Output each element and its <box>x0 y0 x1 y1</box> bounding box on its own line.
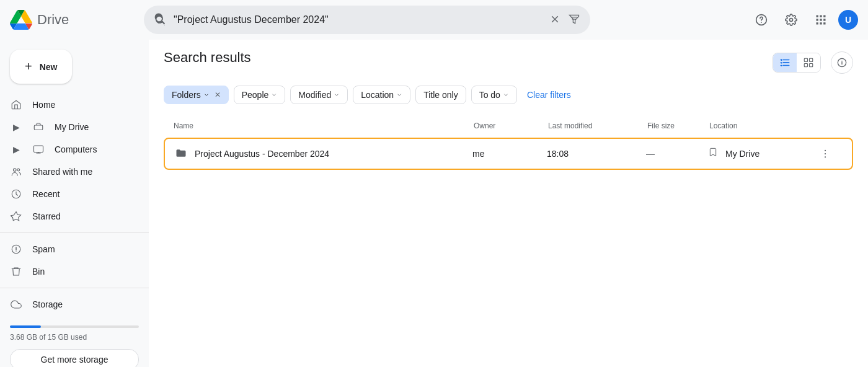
storage-section: 3.68 GB of 15 GB used Get more storage <box>0 316 149 367</box>
svg-point-34 <box>825 156 826 157</box>
svg-rect-13 <box>823 22 825 24</box>
sidebar-item-label: Storage <box>32 299 63 309</box>
table-row[interactable]: Project Augustus - December 2024 me 18:0… <box>164 138 853 170</box>
sidebar-item-label: Shared with me <box>32 167 92 177</box>
user-avatar[interactable]: U <box>838 10 858 30</box>
sidebar-item-my-drive[interactable]: ▶ My Drive <box>0 116 144 138</box>
search-filter-icon[interactable] <box>568 13 580 27</box>
sidebar-item-label: My Drive <box>55 122 89 132</box>
clear-filters-button[interactable]: Clear filters <box>522 86 576 104</box>
col-size: File size <box>647 117 709 135</box>
computer-icon <box>32 143 45 156</box>
svg-rect-30 <box>810 64 813 67</box>
svg-point-17 <box>17 169 20 171</box>
app-name: Drive <box>37 12 69 28</box>
view-toggle <box>773 53 821 73</box>
file-name: Project Augustus - December 2024 <box>195 149 329 159</box>
sidebar-divider-2 <box>0 288 149 288</box>
spam-icon <box>10 243 22 255</box>
filter-chip-to-do[interactable]: To do <box>471 86 517 104</box>
sidebar-item-computers[interactable]: ▶ Computers <box>0 138 144 161</box>
shared-icon <box>10 166 22 178</box>
file-size: — <box>646 149 655 159</box>
settings-button[interactable] <box>779 7 804 32</box>
sidebar-item-shared[interactable]: Shared with me <box>0 161 144 183</box>
info-button[interactable] <box>831 51 853 74</box>
drive-icon <box>32 121 45 133</box>
col-owner: Owner <box>474 117 548 135</box>
svg-point-4 <box>761 22 762 23</box>
filter-title-only-label: Title only <box>423 90 458 100</box>
bin-icon <box>10 265 22 278</box>
svg-rect-12 <box>820 22 822 24</box>
col-modified: Last modified <box>548 117 647 135</box>
search-clear-icon[interactable] <box>549 14 560 27</box>
filter-chip-folders[interactable]: Folders ✕ <box>164 86 229 104</box>
sidebar-item-spam[interactable]: Spam <box>0 238 144 260</box>
page-title: Search results <box>164 50 251 66</box>
folders-chevron-icon <box>203 92 210 98</box>
sidebar-item-storage[interactable]: Storage <box>0 293 144 316</box>
filter-folders-label: Folders <box>172 90 201 100</box>
filter-to-do-label: To do <box>479 90 500 100</box>
svg-rect-9 <box>820 19 822 20</box>
sidebar-item-label: Bin <box>32 267 45 276</box>
sidebar-item-starred[interactable]: Starred <box>0 205 144 228</box>
storage-bar-bg <box>10 325 139 328</box>
my-drive-icon <box>708 148 718 160</box>
svg-rect-6 <box>820 15 822 17</box>
svg-point-33 <box>825 153 826 154</box>
filter-chip-title-only[interactable]: Title only <box>415 86 466 104</box>
svg-point-32 <box>825 150 826 151</box>
storage-bar-fill <box>10 325 41 328</box>
get-storage-button[interactable]: Get more storage <box>10 349 139 367</box>
table-header: Name Owner Last modified File size Locat… <box>164 117 853 135</box>
svg-rect-22 <box>781 62 782 63</box>
col-more <box>821 117 843 135</box>
sidebar-divider <box>0 232 149 233</box>
filter-location-label: Location <box>361 90 394 100</box>
filter-chip-location[interactable]: Location <box>353 86 410 104</box>
svg-rect-5 <box>817 15 818 17</box>
grid-view-button[interactable] <box>797 53 820 72</box>
sidebar: + New Home ▶ My Drive ▶ Computers <box>0 40 149 367</box>
sidebar-item-label: Spam <box>32 244 55 254</box>
filter-chip-people[interactable]: People <box>234 86 286 104</box>
svg-rect-27 <box>804 58 807 61</box>
svg-rect-11 <box>817 22 818 24</box>
sidebar-item-label: Computers <box>55 144 97 154</box>
new-button-label: New <box>40 62 58 72</box>
search-icon <box>154 13 166 27</box>
help-button[interactable] <box>749 7 774 32</box>
file-modified-cell: 18:08 <box>547 146 646 161</box>
list-view-button[interactable] <box>773 53 797 72</box>
location-chevron-icon <box>396 92 402 98</box>
recent-icon <box>10 188 22 200</box>
svg-point-20 <box>16 250 17 252</box>
sidebar-item-label: Recent <box>32 189 60 199</box>
search-bar <box>144 6 590 34</box>
filter-folders-close[interactable]: ✕ <box>215 91 221 99</box>
svg-rect-10 <box>823 19 825 20</box>
apps-button[interactable] <box>808 7 833 32</box>
topbar: Drive U <box>0 0 868 40</box>
sidebar-item-label: Starred <box>32 211 61 221</box>
file-owner: me <box>472 149 484 159</box>
home-icon <box>10 99 22 111</box>
filter-chip-modified[interactable]: Modified <box>290 86 348 104</box>
sidebar-item-label: Home <box>32 100 55 110</box>
file-size-cell: — <box>646 146 708 161</box>
file-more-cell[interactable] <box>820 146 842 162</box>
folder-icon <box>175 147 187 161</box>
sidebar-item-bin[interactable]: Bin <box>0 260 144 283</box>
svg-rect-7 <box>823 15 825 17</box>
new-button[interactable]: + New <box>10 50 72 84</box>
sidebar-item-recent[interactable]: Recent <box>0 183 144 205</box>
logo: Drive <box>10 9 134 31</box>
layout: + New Home ▶ My Drive ▶ Computers <box>0 40 868 367</box>
main-content: Search results <box>149 40 868 367</box>
storage-used-text: 3.68 GB of 15 GB used <box>10 333 139 342</box>
sidebar-item-home[interactable]: Home <box>0 94 144 116</box>
starred-icon <box>10 210 22 223</box>
search-input[interactable] <box>174 14 542 25</box>
